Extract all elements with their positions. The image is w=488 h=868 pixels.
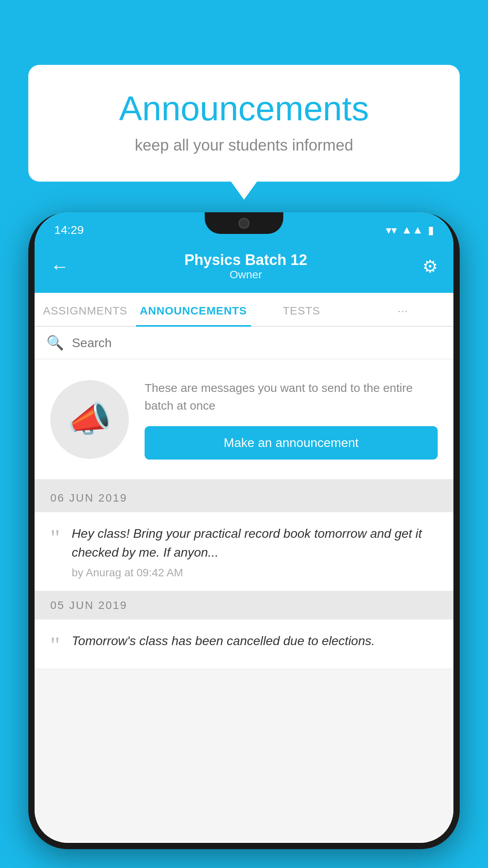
promo-icon-circle: 📣 — [50, 380, 129, 459]
tab-announcements[interactable]: ANNOUNCEMENTS — [136, 293, 251, 326]
screen-inner: 14:29 ▾▾ ▲▲ ▮ ← Physics Batch 12 Owner ⚙… — [35, 212, 453, 843]
status-time: 14:29 — [54, 223, 84, 237]
search-icon: 🔍 — [46, 335, 64, 351]
announcement-item-1[interactable]: " Hey class! Bring your practical record… — [35, 512, 453, 591]
announcement-item-2[interactable]: " Tomorrow's class has been cancelled du… — [35, 620, 453, 669]
wifi-icon: ▾▾ — [386, 224, 397, 237]
announcement-text-block-1: Hey class! Bring your practical record b… — [72, 524, 438, 579]
screen-content: 🔍 📣 These are messages you want to send … — [35, 327, 453, 841]
announcement-text-block-2: Tomorrow's class has been cancelled due … — [72, 631, 438, 655]
megaphone-icon: 📣 — [68, 399, 112, 440]
header-title-block: Physics Batch 12 Owner — [184, 252, 307, 281]
search-bar[interactable]: 🔍 — [35, 327, 453, 359]
phone-notch — [205, 212, 283, 234]
tab-assignments[interactable]: ASSIGNMENTS — [35, 293, 136, 326]
date-separator-1: 06 JUN 2019 — [35, 484, 453, 512]
promo-right: These are messages you want to send to t… — [145, 379, 438, 460]
announcement-text-2: Tomorrow's class has been cancelled due … — [72, 631, 438, 650]
speech-bubble: Announcements keep all your students inf… — [28, 65, 460, 182]
promo-text: These are messages you want to send to t… — [145, 379, 438, 414]
app-header: ← Physics Batch 12 Owner ⚙ — [35, 244, 453, 293]
header-subtitle: Owner — [184, 268, 307, 281]
speech-bubble-container: Announcements keep all your students inf… — [28, 65, 460, 182]
bubble-subtitle: keep all your students informed — [60, 136, 428, 154]
battery-icon: ▮ — [428, 224, 434, 237]
phone-frame: 14:29 ▾▾ ▲▲ ▮ ← Physics Batch 12 Owner ⚙… — [28, 212, 460, 849]
quote-icon-2: " — [50, 633, 60, 657]
tabs-bar: ASSIGNMENTS ANNOUNCEMENTS TESTS ··· — [35, 293, 453, 327]
bubble-title: Announcements — [60, 88, 428, 129]
header-title: Physics Batch 12 — [184, 252, 307, 268]
announcement-meta-1: by Anurag at 09:42 AM — [72, 566, 438, 579]
search-input[interactable] — [72, 336, 442, 350]
signal-icon: ▲▲ — [402, 224, 423, 236]
back-button[interactable]: ← — [50, 256, 69, 277]
announcement-promo: 📣 These are messages you want to send to… — [35, 359, 453, 484]
tab-tests[interactable]: TESTS — [251, 293, 352, 326]
tab-more[interactable]: ··· — [352, 293, 453, 326]
quote-icon-1: " — [50, 526, 60, 550]
phone-wrapper: 14:29 ▾▾ ▲▲ ▮ ← Physics Batch 12 Owner ⚙… — [28, 212, 460, 868]
gear-icon[interactable]: ⚙ — [422, 256, 438, 276]
date-separator-2: 05 JUN 2019 — [35, 591, 453, 620]
status-icons: ▾▾ ▲▲ ▮ — [386, 224, 434, 237]
announcement-text-1: Hey class! Bring your practical record b… — [72, 524, 438, 562]
make-announcement-button[interactable]: Make an announcement — [145, 426, 438, 460]
phone-camera — [238, 218, 250, 229]
